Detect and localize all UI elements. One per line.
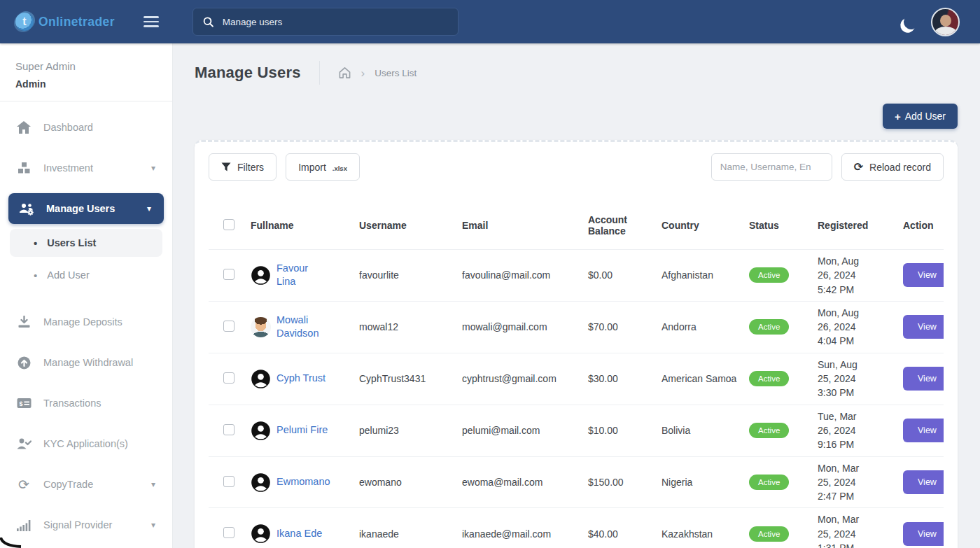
add-user-label: Add User xyxy=(905,111,946,122)
user-fullname-link[interactable]: Mowali Davidson xyxy=(276,314,321,341)
row-checkbox[interactable] xyxy=(223,424,234,435)
cell-balance: $10.00 xyxy=(588,405,662,456)
user-check-icon xyxy=(15,437,32,450)
filter-funnel-icon xyxy=(221,162,231,171)
row-checkbox[interactable] xyxy=(223,527,234,538)
sidebar-item-manage-withdrawal[interactable]: Manage Withdrawal xyxy=(0,342,172,383)
header-country: Country xyxy=(662,209,749,250)
status-badge: Active xyxy=(749,475,789,490)
user-fullname-link[interactable]: Pelumi Fire xyxy=(276,423,328,437)
sidebar-menu: Dashboard Investment ▾ xyxy=(0,101,172,545)
sidebar-item-dashboard[interactable]: Dashboard xyxy=(0,107,172,148)
sidebar-item-manage-users[interactable]: Manage Users ▾ xyxy=(8,193,164,224)
status-badge: Active xyxy=(749,526,789,542)
row-checkbox[interactable] xyxy=(223,321,234,332)
sync-icon: ⟳ xyxy=(15,478,32,491)
import-label: Import xyxy=(298,162,326,173)
chevron-down-icon: ▾ xyxy=(147,204,151,213)
cell-balance: $70.00 xyxy=(588,301,662,353)
sidebar-item-label: KYC Application(s) xyxy=(43,438,128,449)
filters-button[interactable]: Filters xyxy=(209,153,276,181)
header-divider xyxy=(319,61,320,85)
header-registered: Registered xyxy=(818,209,903,250)
users-table: Fullname Username Email Account Balance … xyxy=(209,209,944,548)
sidebar-subitem-users-list[interactable]: • Users List xyxy=(10,229,162,257)
cell-username: pelumi23 xyxy=(359,405,462,456)
role-title: Super Admin xyxy=(0,60,172,72)
sidebar-item-manage-deposits[interactable]: Manage Deposits xyxy=(0,302,172,342)
search-icon xyxy=(203,16,214,28)
sidebar-item-label: Manage Users xyxy=(46,203,115,214)
person-circle-icon xyxy=(251,369,271,389)
menu-toggle-icon[interactable] xyxy=(144,13,159,30)
breadcrumb-home-icon[interactable] xyxy=(338,66,351,79)
table-row: Mowali Davidson mowal12 mowali@gmail.com… xyxy=(209,301,944,353)
cell-registered: Sun, Aug 25, 2024 3:30 PM xyxy=(818,358,871,400)
cell-balance: $0.00 xyxy=(588,250,662,302)
brand-coin-icon xyxy=(15,13,34,31)
breadcrumb-current: Users List xyxy=(374,68,416,78)
cell-email: favoulina@mail.com xyxy=(462,250,588,302)
header-email: Email xyxy=(462,209,588,250)
view-button[interactable]: View xyxy=(903,367,944,391)
sidebar-item-investment[interactable]: Investment ▾ xyxy=(0,148,172,188)
cell-country: Kazakhstan xyxy=(662,508,749,548)
global-search-input[interactable] xyxy=(223,17,448,27)
dark-mode-moon-icon[interactable] xyxy=(902,13,920,31)
view-button[interactable]: View xyxy=(903,522,944,546)
money-check-icon: $ xyxy=(15,398,32,409)
view-button[interactable]: View xyxy=(903,315,944,339)
home-icon xyxy=(15,121,32,134)
sidebar-item-kyc[interactable]: KYC Application(s) xyxy=(0,423,172,464)
header-action: Action xyxy=(903,209,944,250)
profile-avatar[interactable] xyxy=(931,8,960,36)
cell-balance: $30.00 xyxy=(588,353,662,405)
sidebar-item-signal-provider[interactable]: Signal Provider ▾ xyxy=(0,505,172,545)
svg-text:$: $ xyxy=(19,400,22,407)
cell-username: ikanaede xyxy=(359,508,462,548)
add-user-button[interactable]: + Add User xyxy=(883,104,958,129)
corner-squiggle-graphic xyxy=(0,538,24,548)
cell-email: cyphtrust@gmail.com xyxy=(462,353,588,405)
cell-country: Nigeria xyxy=(662,456,749,508)
cell-registered: Mon, Aug 26, 2024 5:42 PM xyxy=(818,254,871,297)
main-content: Manage Users › Users List + Add User xyxy=(173,43,980,548)
sidebar-item-label: Dashboard xyxy=(43,122,93,133)
chevron-down-icon: ▾ xyxy=(151,163,155,173)
header-fullname: Fullname xyxy=(251,209,359,250)
bullet-icon: • xyxy=(34,270,37,281)
row-checkbox[interactable] xyxy=(223,269,234,280)
sidebar-item-label: Investment xyxy=(43,162,93,174)
table-search-input[interactable] xyxy=(711,153,832,181)
row-checkbox[interactable] xyxy=(223,372,234,384)
row-checkbox[interactable] xyxy=(223,476,234,487)
brand-logo[interactable]: Onlinetrader xyxy=(15,13,115,31)
arrow-up-circle-icon xyxy=(15,356,32,370)
user-fullname-link[interactable]: Ikana Ede xyxy=(276,527,322,541)
sidebar-item-label: Signal Provider xyxy=(43,519,112,531)
sidebar-item-copytrade[interactable]: ⟳ CopyTrade ▾ xyxy=(0,464,172,505)
view-button[interactable]: View xyxy=(903,419,944,442)
person-circle-icon xyxy=(251,421,271,441)
cell-email: pelumi@mail.com xyxy=(462,405,588,456)
select-all-checkbox[interactable] xyxy=(223,219,234,230)
user-fullname-link[interactable]: Ewmomano xyxy=(276,475,330,489)
page-title: Manage Users xyxy=(195,64,301,82)
global-search[interactable] xyxy=(192,8,458,36)
view-button[interactable]: View xyxy=(903,263,944,287)
cell-email: ikanaede@mail.com xyxy=(462,508,588,548)
reload-record-button[interactable]: ⟳ Reload record xyxy=(841,153,944,181)
users-gear-icon xyxy=(18,202,35,216)
user-photo-avatar xyxy=(251,317,271,337)
user-fullname-link[interactable]: Favour Lina xyxy=(276,262,321,289)
user-fullname-link[interactable]: Cyph Trust xyxy=(276,372,326,386)
view-button[interactable]: View xyxy=(903,470,944,494)
cell-balance: $150.00 xyxy=(588,456,662,508)
sidebar-subitem-add-user[interactable]: • Add User xyxy=(10,261,162,289)
plus-icon: + xyxy=(895,111,901,122)
cell-username: mowal12 xyxy=(359,301,462,353)
reload-icon: ⟳ xyxy=(854,162,863,173)
sidebar-item-transactions[interactable]: $ Transactions xyxy=(0,383,172,423)
cell-balance: $40.00 xyxy=(588,508,662,548)
import-button[interactable]: Import .xlsx xyxy=(286,153,360,181)
